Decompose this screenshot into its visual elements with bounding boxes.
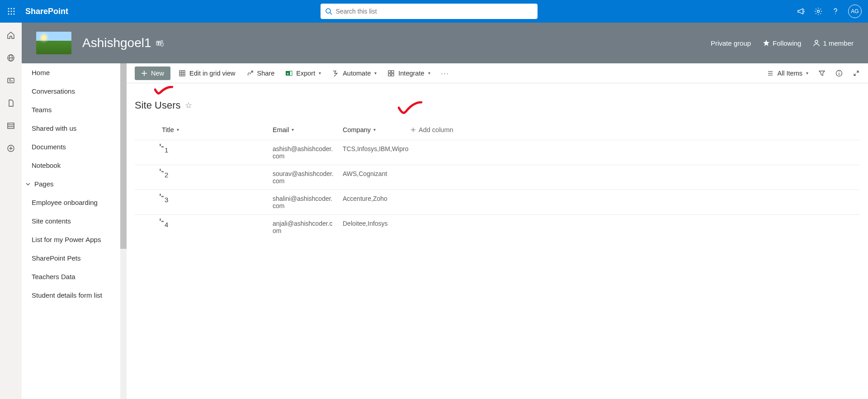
- view-label: All Items: [777, 70, 802, 77]
- column-header-company[interactable]: Company▾: [343, 126, 410, 133]
- expand-icon: [853, 70, 860, 77]
- favorite-star-icon[interactable]: ☆: [185, 100, 192, 110]
- nav-list-power-apps[interactable]: List for my Power Apps: [22, 230, 120, 249]
- cell-email: sourav@ashishcoder.com: [273, 170, 343, 185]
- global-topbar: SharePoint AG: [0, 0, 868, 23]
- export-button[interactable]: x Export ▾: [285, 70, 321, 77]
- share-button[interactable]: Share: [246, 70, 275, 77]
- chevron-down-icon: ▾: [373, 127, 376, 132]
- column-header-email[interactable]: Email▾: [273, 126, 343, 133]
- nav-home[interactable]: Home: [22, 63, 120, 82]
- nav-sharepoint-pets[interactable]: SharePoint Pets: [22, 249, 120, 267]
- loading-spinner-icon: [157, 169, 164, 175]
- brand-label[interactable]: SharePoint: [25, 7, 68, 16]
- edit-grid-button[interactable]: Edit in grid view: [179, 70, 236, 77]
- info-icon: [835, 70, 843, 77]
- cell-title: 2: [165, 171, 168, 179]
- nav-label: Site contents: [32, 217, 71, 225]
- chevron-down-icon: ▾: [292, 127, 294, 132]
- plus-icon: [141, 70, 147, 76]
- gear-icon[interactable]: [814, 7, 823, 16]
- integrate-label: Integrate: [398, 70, 424, 77]
- nav-label: Shared with us: [32, 124, 76, 132]
- col-label: Title: [162, 126, 174, 133]
- chevron-down-icon: ▾: [177, 127, 179, 132]
- svg-point-6: [8, 14, 9, 15]
- help-icon[interactable]: [831, 7, 840, 16]
- star-filled-icon: [763, 39, 770, 47]
- new-label: New: [151, 70, 164, 77]
- info-button[interactable]: [835, 70, 843, 77]
- command-bar: New Edit in grid view Share x Export ▾: [127, 63, 868, 83]
- nav-label: Student details form list: [32, 291, 102, 299]
- home-icon[interactable]: [6, 31, 15, 40]
- privacy-label: Private group: [711, 39, 751, 47]
- table-header: Title▾ Email▾ Company▾ Add column: [135, 119, 860, 140]
- table-row[interactable]: 1 ashish@ashishcoder.com TCS,Infosys,IBM…: [135, 140, 860, 165]
- integrate-button[interactable]: Integrate ▾: [387, 70, 430, 77]
- list-table: Title▾ Email▾ Company▾ Add column 1 ashi…: [135, 119, 860, 239]
- automate-button[interactable]: Automate ▾: [332, 70, 377, 77]
- edit-grid-label: Edit in grid view: [189, 70, 236, 77]
- nav-student-details[interactable]: Student details form list: [22, 286, 120, 304]
- megaphone-icon[interactable]: [797, 7, 806, 16]
- add-column-button[interactable]: Add column: [410, 126, 453, 133]
- view-selector[interactable]: All Items ▾: [767, 70, 808, 77]
- app-launcher-icon[interactable]: [5, 5, 18, 18]
- teams-icon[interactable]: T: [156, 39, 164, 47]
- site-title[interactable]: Ashishgoel1: [82, 36, 151, 50]
- nav-site-contents[interactable]: Site contents: [22, 212, 120, 230]
- create-icon[interactable]: [6, 144, 15, 153]
- filter-icon: [818, 70, 826, 77]
- search-icon: [325, 8, 332, 15]
- more-button[interactable]: ···: [441, 70, 449, 77]
- cell-email: shalini@ashishcoder.com: [273, 195, 343, 209]
- col-label: Company: [343, 126, 371, 133]
- loading-spinner-icon: [157, 144, 164, 150]
- nav-shared[interactable]: Shared with us: [22, 119, 120, 138]
- table-row[interactable]: 3 shalini@ashishcoder.com Accenture,Zoho: [135, 190, 860, 214]
- svg-point-3: [8, 11, 9, 12]
- members-label: 1 member: [823, 39, 854, 47]
- filter-button[interactable]: [818, 70, 826, 77]
- user-avatar[interactable]: AG: [848, 5, 862, 18]
- leftnav-scrollbar[interactable]: [120, 63, 127, 399]
- following-button[interactable]: Following: [763, 39, 801, 47]
- nav-teams[interactable]: Teams: [22, 100, 120, 119]
- table-row[interactable]: 4 anjali@ashishcoder.com Deloitee,Infosy…: [135, 214, 860, 239]
- svg-point-4: [11, 11, 12, 12]
- site-logo[interactable]: [36, 32, 71, 54]
- nav-teachers-data[interactable]: Teachers Data: [22, 267, 120, 286]
- cell-company: Deloitee,Infosys: [343, 220, 487, 234]
- chevron-down-icon: ▾: [428, 71, 430, 76]
- annotation-check-icon: [154, 86, 173, 95]
- expand-button[interactable]: [853, 70, 860, 77]
- members-button[interactable]: 1 member: [813, 39, 854, 47]
- svg-text:x: x: [287, 71, 289, 76]
- lists-icon[interactable]: [6, 121, 15, 130]
- svg-rect-38: [290, 71, 292, 76]
- grid-icon: [179, 70, 186, 77]
- svg-point-2: [14, 8, 15, 10]
- nav-pages[interactable]: Pages: [22, 175, 120, 193]
- chevron-down-icon: ▾: [374, 71, 377, 76]
- table-row[interactable]: 2 sourav@ashishcoder.com AWS,Cognizant: [135, 165, 860, 190]
- svg-rect-41: [388, 74, 391, 76]
- svg-point-27: [161, 40, 163, 42]
- nav-conversations[interactable]: Conversations: [22, 82, 120, 100]
- cell-title: 3: [165, 196, 168, 204]
- svg-rect-16: [8, 78, 14, 83]
- search-box[interactable]: [321, 4, 538, 19]
- nav-documents[interactable]: Documents: [22, 138, 120, 156]
- column-header-title[interactable]: Title▾: [135, 126, 273, 133]
- news-icon[interactable]: [6, 76, 15, 85]
- svg-point-28: [815, 40, 818, 43]
- cell-company: AWS,Cognizant: [343, 170, 487, 185]
- search-input[interactable]: [336, 8, 533, 15]
- new-button[interactable]: New: [135, 66, 170, 80]
- cell-title: 1: [165, 146, 168, 154]
- nav-employee-onboarding[interactable]: Employee onboarding: [22, 193, 120, 212]
- nav-notebook[interactable]: Notebook: [22, 156, 120, 175]
- globe-icon[interactable]: [6, 53, 15, 62]
- files-icon[interactable]: [6, 99, 15, 108]
